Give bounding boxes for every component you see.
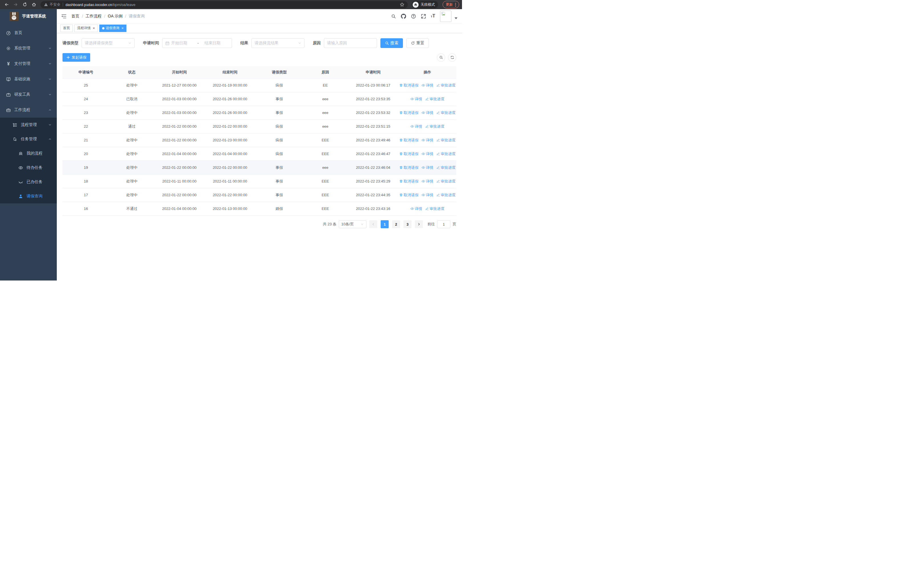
eye-icon bbox=[18, 165, 23, 170]
update-button[interactable]: 更新 bbox=[442, 1, 459, 8]
sidebar-item-system[interactable]: 系统管理 bbox=[0, 41, 57, 56]
cell-actions: 取消请假 详情 审批进度 bbox=[398, 110, 456, 116]
cell-apply-time: 2022-01-22 23:45:29 bbox=[348, 179, 398, 183]
page-size-select[interactable]: 10条/页 bbox=[339, 220, 366, 228]
cancel-leave-link[interactable]: 取消请假 bbox=[399, 151, 418, 156]
reason-input[interactable]: 请输入原因 bbox=[324, 38, 377, 48]
forward-button[interactable] bbox=[12, 1, 20, 8]
detail-link[interactable]: 详情 bbox=[422, 179, 434, 184]
eye-icon bbox=[410, 125, 414, 128]
sidebar-item-home[interactable]: 首页 bbox=[0, 25, 57, 41]
progress-link[interactable]: 审批进度 bbox=[436, 151, 456, 156]
sidebar-item-workflow[interactable]: 工作流程 bbox=[0, 102, 57, 118]
create-leave-button[interactable]: 发起请假 bbox=[63, 53, 90, 62]
cell-status: 处理中 bbox=[109, 179, 154, 184]
close-icon[interactable]: × bbox=[122, 26, 124, 30]
sidebar-item-process-mgmt[interactable]: 流程管理 bbox=[0, 118, 57, 132]
detail-link[interactable]: 详情 bbox=[410, 124, 422, 129]
github-icon[interactable] bbox=[401, 14, 406, 19]
sidebar-item-leave-query[interactable]: 请假查询 bbox=[0, 189, 57, 203]
browser-menu-icon[interactable] bbox=[455, 3, 456, 7]
cell-end-time: 2022-01-22 00:00:00 bbox=[204, 124, 256, 129]
bookmark-star-icon[interactable] bbox=[400, 2, 404, 7]
refresh-table-button[interactable] bbox=[448, 53, 456, 62]
pagination: 共 23 条 10条/页 1 2 3 前往 1 页 bbox=[63, 220, 456, 228]
cell-start-time: 2022-01-03 00:00:00 bbox=[154, 97, 204, 101]
cancel-leave-link[interactable]: 取消请假 bbox=[399, 138, 418, 143]
leave-type-select[interactable]: 请选择请假类型 bbox=[82, 38, 135, 48]
progress-link[interactable]: 审批进度 bbox=[425, 206, 445, 211]
cancel-leave-link[interactable]: 取消请假 bbox=[399, 83, 418, 88]
address-bar[interactable]: 不安全 dashboard.yudao.iocoder.cn/bpm/oa/le… bbox=[40, 1, 408, 8]
detail-link[interactable]: 详情 bbox=[422, 193, 434, 198]
progress-link[interactable]: 审批进度 bbox=[436, 83, 456, 88]
back-button[interactable] bbox=[3, 1, 10, 8]
progress-link[interactable]: 审批进度 bbox=[425, 96, 445, 102]
url-text[interactable]: dashboard.yudao.iocoder.cn/bpm/oa/leave bbox=[66, 3, 398, 7]
sidebar-item-done-tasks[interactable]: 已办任务 bbox=[0, 175, 57, 189]
cell-reason: EEE bbox=[303, 193, 348, 197]
breadcrumb-home[interactable]: 首页 bbox=[71, 14, 80, 19]
progress-link[interactable]: 审批进度 bbox=[436, 179, 456, 184]
sidebar-item-label: 基础设施 bbox=[14, 77, 30, 82]
security-label[interactable]: 不安全 bbox=[50, 2, 60, 7]
result-select[interactable]: 请选择流结果 bbox=[251, 38, 304, 48]
detail-link[interactable]: 详情 bbox=[422, 138, 434, 143]
progress-link[interactable]: 审批进度 bbox=[436, 110, 456, 116]
detail-link[interactable]: 详情 bbox=[422, 110, 434, 116]
cancel-leave-link[interactable]: 取消请假 bbox=[399, 193, 418, 198]
avatar[interactable] bbox=[440, 11, 452, 22]
sidebar-item-label: 支付管理 bbox=[14, 61, 30, 66]
cancel-leave-link[interactable]: 取消请假 bbox=[399, 165, 418, 170]
breadcrumb-workflow[interactable]: 工作流程 bbox=[86, 14, 102, 19]
breadcrumb-oa-example[interactable]: OA 示例 bbox=[108, 14, 122, 19]
reset-button[interactable]: 重置 bbox=[406, 38, 429, 48]
progress-link[interactable]: 审批进度 bbox=[436, 165, 456, 170]
sidebar-item-devtools[interactable]: 研发工具 bbox=[0, 87, 57, 102]
goto-page-input[interactable]: 1 bbox=[437, 220, 450, 228]
progress-link[interactable]: 审批进度 bbox=[436, 138, 456, 143]
sidebar-item-infrastructure[interactable]: 基础设施 bbox=[0, 71, 57, 87]
progress-link[interactable]: 审批进度 bbox=[425, 124, 445, 129]
detail-link[interactable]: 详情 bbox=[422, 151, 434, 156]
tab-process-detail[interactable]: 流程详情 × bbox=[74, 24, 98, 32]
next-page-button[interactable] bbox=[415, 220, 423, 228]
sidebar-item-my-processes[interactable]: 我的流程 bbox=[0, 146, 57, 161]
cancel-leave-link[interactable]: 取消请假 bbox=[399, 179, 418, 184]
security-warning-icon bbox=[44, 3, 48, 7]
tab-leave-query[interactable]: 请假查询 × bbox=[99, 24, 127, 32]
close-icon[interactable]: × bbox=[93, 26, 95, 30]
page-button-3[interactable]: 3 bbox=[404, 220, 411, 228]
cancel-leave-link[interactable]: 取消请假 bbox=[399, 110, 418, 116]
cell-start-time: 2022-01-22 00:00:00 bbox=[154, 193, 204, 197]
flow-tree-icon bbox=[12, 137, 17, 142]
sidebar-item-payment[interactable]: ¥ 支付管理 bbox=[0, 56, 57, 71]
eye-icon bbox=[422, 111, 425, 114]
search-button[interactable]: 搜索 bbox=[380, 38, 403, 48]
page-button-1[interactable]: 1 bbox=[381, 220, 388, 228]
prev-page-button[interactable] bbox=[369, 220, 377, 228]
toggle-search-button[interactable] bbox=[437, 53, 445, 62]
progress-link[interactable]: 审批进度 bbox=[436, 193, 456, 198]
page-button-2[interactable]: 2 bbox=[392, 220, 400, 228]
broken-image-icon bbox=[441, 12, 446, 16]
sidebar-item-todo-tasks[interactable]: 待办任务 bbox=[0, 161, 57, 175]
apply-time-range-picker[interactable]: 开始日期 - 结束日期 bbox=[162, 38, 232, 48]
help-icon[interactable] bbox=[411, 14, 416, 19]
reload-button[interactable] bbox=[21, 1, 28, 8]
tree-list-icon bbox=[12, 123, 17, 127]
search-icon[interactable] bbox=[391, 14, 396, 19]
detail-link[interactable]: 详情 bbox=[410, 206, 422, 211]
home-button[interactable] bbox=[30, 1, 38, 8]
sidebar-item-task-mgmt[interactable]: 任务管理 bbox=[0, 132, 57, 146]
incognito-badge: 无痕模式 bbox=[412, 1, 438, 8]
detail-link[interactable]: 详情 bbox=[410, 96, 422, 102]
tab-home[interactable]: 首页 bbox=[60, 24, 73, 32]
fullscreen-icon[interactable] bbox=[421, 14, 426, 19]
font-size-icon[interactable]: тT bbox=[431, 14, 435, 19]
app-logo-row[interactable]: 芋道管理系统 bbox=[0, 9, 57, 23]
avatar-caret-icon[interactable] bbox=[454, 17, 458, 19]
detail-link[interactable]: 详情 bbox=[422, 165, 434, 170]
sidebar-collapse-icon[interactable] bbox=[61, 14, 67, 19]
detail-link[interactable]: 详情 bbox=[422, 83, 434, 88]
